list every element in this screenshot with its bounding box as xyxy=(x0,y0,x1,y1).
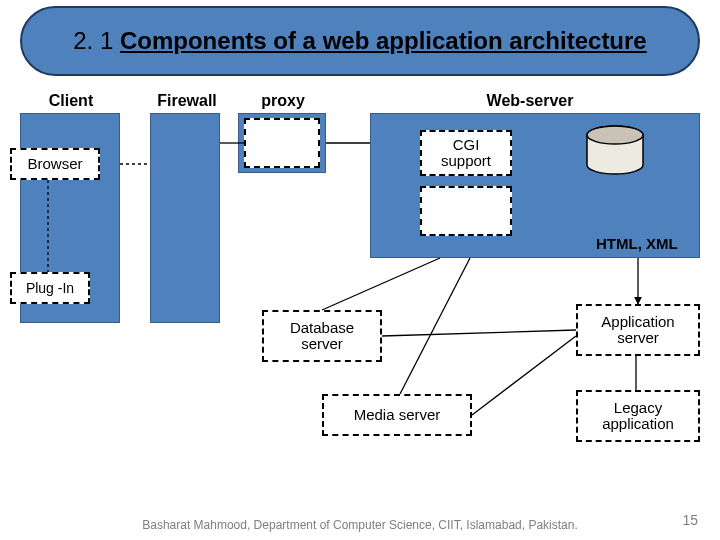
svg-line-10 xyxy=(472,336,576,415)
footer-credit: Basharat Mahmood, Department of Computer… xyxy=(0,518,720,532)
label-firewall: Firewall xyxy=(152,92,222,110)
svg-line-7 xyxy=(400,258,470,394)
label-client: Client xyxy=(26,92,116,110)
svg-point-1 xyxy=(587,126,643,144)
box-cgi-below xyxy=(420,186,512,236)
title-prefix: 2. 1 xyxy=(73,27,120,54)
svg-line-9 xyxy=(382,330,576,336)
box-legacy: Legacy application xyxy=(576,390,700,442)
disk-icon xyxy=(580,123,650,181)
box-mediaserver: Media server xyxy=(322,394,472,436)
box-browser: Browser xyxy=(10,148,100,180)
svg-line-6 xyxy=(322,258,440,310)
slide-stage: 2. 1 Components of a web application arc… xyxy=(0,0,720,540)
label-proxy: proxy xyxy=(248,92,318,110)
label-webserver: Web-server xyxy=(430,92,630,110)
col-firewall xyxy=(150,113,220,323)
box-plugin: Plug -In xyxy=(10,272,90,304)
box-dbserver: Database server xyxy=(262,310,382,362)
box-cgi: CGI support xyxy=(420,130,512,176)
title-bold: Components of a web application architec… xyxy=(120,27,647,54)
box-proxy-inner xyxy=(244,118,320,168)
label-html-xml: HTML, XML xyxy=(596,235,678,252)
box-appserver: Application server xyxy=(576,304,700,356)
slide-title: 2. 1 Components of a web application arc… xyxy=(20,6,700,76)
page-number: 15 xyxy=(682,512,698,528)
